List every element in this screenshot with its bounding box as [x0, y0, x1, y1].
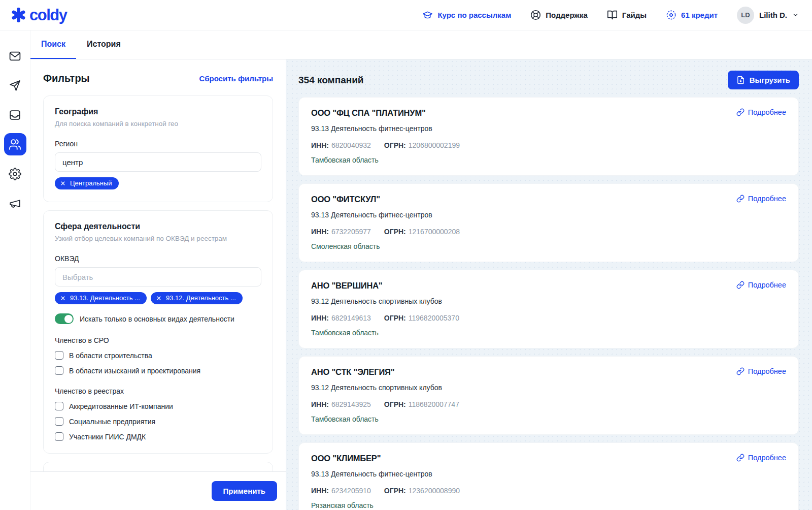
company-card: ООО "ФЦ СПА "ПЛАТИНУМ" Подробнее 93.13 Д… — [298, 97, 799, 176]
toggle-label: Искать только в основных видах деятельно… — [80, 315, 234, 323]
company-card: АНО "СТК "ЭЛЕГИЯ" Подробнее 93.12 Деятел… — [298, 356, 799, 435]
checkbox-icon[interactable] — [55, 432, 63, 441]
left-sidebar — [0, 30, 30, 510]
details-link[interactable]: Подробнее — [736, 454, 786, 462]
link-icon — [736, 108, 745, 116]
company-inn: ИНН:6829143925 — [311, 400, 371, 408]
sidebar-item-inbox[interactable] — [4, 104, 26, 126]
company-ogrn: ОГРН:1216700000208 — [384, 228, 460, 236]
book-icon — [607, 10, 618, 20]
top-header: coldy Курс по рассылкам Поддержка — [0, 0, 812, 30]
sidebar-item-announcements[interactable] — [4, 192, 26, 214]
okved-input[interactable] — [55, 267, 261, 286]
activity-caption: Узкий отбор целевых компаний по ОКВЭД и … — [55, 235, 261, 242]
checkbox-social-enterprises[interactable]: Социальные предприятия — [55, 417, 261, 426]
filters-title: Фильтры — [43, 73, 90, 84]
reset-filters-link[interactable]: Сбросить фильтры — [199, 74, 273, 83]
checkbox-icon[interactable] — [55, 351, 63, 360]
results-panel: 354 компаний Выгрузить ООО "ФЦ СПА "ПЛАТ… — [286, 59, 812, 510]
company-region: Тамбовская область — [311, 415, 786, 423]
nav-course-link[interactable]: Курс по рассылкам — [422, 10, 511, 20]
company-region: Тамбовская область — [311, 156, 786, 164]
details-link[interactable]: Подробнее — [736, 108, 786, 116]
sidebar-item-mail[interactable] — [4, 45, 26, 67]
file-export-icon — [736, 76, 745, 84]
company-name: АНО "СТК "ЭЛЕГИЯ" — [311, 367, 394, 377]
sro-group-label: Членство в СРО — [55, 336, 261, 344]
company-region: Тамбовская область — [311, 329, 786, 337]
company-ogrn: ОГРН:1206800002199 — [384, 141, 460, 149]
company-name: ООО "ФЦ СПА "ПЛАТИНУМ" — [311, 108, 426, 118]
okved-tag: 93.13. Деятельность ... — [55, 292, 147, 304]
geography-filter-card: География Для поиска компаний в конкретн… — [43, 95, 273, 202]
users-icon — [9, 138, 21, 151]
company-name: ООО "КЛИМБЕР" — [311, 454, 381, 463]
main-activity-toggle[interactable] — [55, 313, 74, 324]
apply-button[interactable]: Применить — [212, 481, 277, 501]
region-label: Регион — [55, 140, 261, 148]
okved-tag: 93.12. Деятельность ... — [151, 292, 243, 304]
avatar: LD — [737, 7, 754, 24]
tab-search[interactable]: Поиск — [30, 30, 76, 59]
activity-title: Сфера деятельности — [55, 222, 261, 231]
region-tag: Центральный — [55, 177, 119, 189]
company-ogrn: ОГРН:1196820005370 — [384, 314, 459, 322]
checkbox-icon[interactable] — [55, 366, 63, 375]
region-input[interactable] — [55, 152, 261, 172]
user-menu[interactable]: LD Lilith D. — [737, 7, 799, 24]
details-link[interactable]: Подробнее — [736, 195, 786, 203]
header-nav: Курс по рассылкам Поддержка Гайды — [422, 7, 799, 24]
close-icon[interactable] — [156, 296, 161, 301]
app-logo[interactable]: coldy — [10, 6, 66, 24]
checkbox-giis-dmdk[interactable]: Участники ГИИС ДМДК — [55, 432, 261, 441]
filters-panel: Фильтры Сбросить фильтры География Для п… — [30, 59, 286, 510]
sidebar-item-companies[interactable] — [4, 133, 26, 155]
link-icon — [736, 281, 745, 289]
graduation-cap-icon — [422, 10, 433, 20]
close-icon[interactable] — [60, 181, 65, 186]
activity-filter-card: Сфера деятельности Узкий отбор целевых к… — [43, 210, 273, 454]
registry-group-label: Членство в реестрах — [55, 387, 261, 395]
company-activity: 93.13 Деятельность фитнес-центров — [311, 211, 786, 219]
geography-title: География — [55, 107, 261, 116]
megaphone-icon — [9, 197, 21, 210]
company-card: АНО "ВЕРШИНА" Подробнее 93.12 Деятельнос… — [298, 270, 799, 348]
close-icon[interactable] — [60, 296, 65, 301]
credits-badge[interactable]: 61 кредит — [666, 10, 718, 20]
user-name: Lilith D. — [759, 11, 787, 19]
results-count: 354 компаний — [298, 75, 364, 86]
checkbox-sro-survey[interactable]: В области изысканий и проектирования — [55, 366, 261, 375]
asterisk-logo-icon — [10, 7, 27, 23]
lifebuoy-icon — [530, 10, 541, 20]
details-link[interactable]: Подробнее — [736, 367, 786, 375]
tab-bar: Поиск История — [30, 30, 812, 59]
sidebar-item-settings[interactable] — [4, 163, 26, 185]
nav-guides-link[interactable]: Гайды — [607, 10, 647, 20]
company-ogrn: ОГРН:1186820007747 — [384, 400, 459, 408]
okved-label: ОКВЭД — [55, 254, 261, 263]
link-icon — [736, 454, 745, 462]
company-name: АНО "ВЕРШИНА" — [311, 281, 383, 291]
nav-support-link[interactable]: Поддержка — [530, 10, 588, 20]
company-ogrn: ОГРН:1236200008990 — [384, 487, 460, 495]
checkbox-icon[interactable] — [55, 417, 63, 426]
sidebar-item-campaigns[interactable] — [4, 74, 26, 97]
company-inn: ИНН:6732205977 — [311, 228, 371, 236]
company-region: Рязанская область — [311, 501, 786, 509]
company-inn: ИНН:6829149613 — [311, 314, 371, 322]
credit-icon — [666, 10, 676, 20]
logo-text: coldy — [29, 6, 66, 24]
checkbox-it-companies[interactable]: Аккредитованные ИТ-компании — [55, 402, 261, 410]
company-activity: 93.12 Деятельность спортивных клубов — [311, 384, 786, 392]
checkbox-sro-construction[interactable]: В области строительства — [55, 351, 261, 360]
company-card: ООО "КЛИМБЕР" Подробнее 93.13 Деятельнос… — [298, 442, 799, 510]
details-link[interactable]: Подробнее — [736, 281, 786, 289]
link-icon — [736, 367, 745, 375]
filters-footer: Применить — [30, 471, 286, 510]
checkbox-icon[interactable] — [55, 402, 63, 410]
export-button[interactable]: Выгрузить — [728, 71, 799, 89]
company-inn: ИНН:6234205910 — [311, 487, 371, 495]
inbox-icon — [9, 109, 21, 121]
tab-history[interactable]: История — [76, 30, 131, 59]
geography-caption: Для поиска компаний в конкретной гео — [55, 120, 261, 128]
